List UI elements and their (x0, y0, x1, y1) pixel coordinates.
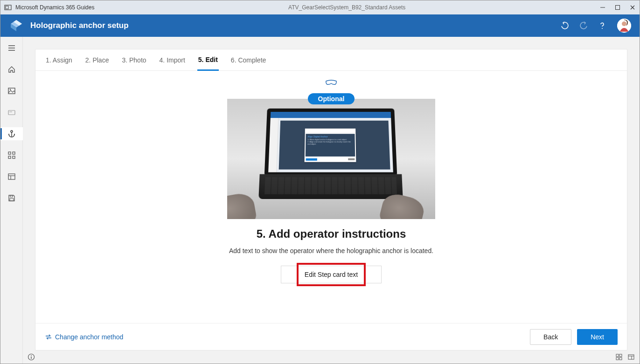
product-logo (9, 18, 24, 33)
app-icon (4, 4, 12, 11)
maximize-button[interactable] (614, 4, 621, 11)
dialog-text-2: 2. Align and rotate the hologram to clos… (306, 141, 355, 145)
app-window: Microsoft Dynamics 365 Guides ATV_GearSe… (0, 0, 640, 364)
user-avatar[interactable] (617, 19, 631, 33)
save-icon[interactable] (0, 192, 23, 205)
svg-point-34 (31, 355, 32, 356)
edit-step-card-button[interactable]: Edit Step card text (281, 266, 382, 283)
wizard-card: 1. Assign 2. Place 3. Photo 4. Import 5.… (35, 49, 627, 350)
view-grid-icon[interactable] (615, 353, 623, 361)
svg-rect-26 (13, 156, 15, 158)
footer-buttons: Back Next (530, 329, 618, 345)
redo-button[interactable] (577, 19, 590, 32)
swap-icon (45, 333, 52, 341)
step-heading: 5. Add operator instructions (257, 227, 406, 240)
undo-button[interactable] (558, 19, 571, 32)
change-anchor-label: Change anchor method (55, 333, 123, 341)
status-bar (23, 350, 640, 364)
svg-rect-25 (8, 156, 11, 158)
svg-point-9 (602, 28, 603, 29)
app-body: 1. Assign 2. Place 3. Photo 4. Import 5.… (0, 37, 640, 364)
window-controls (599, 4, 636, 11)
change-anchor-link[interactable]: Change anchor method (45, 333, 123, 341)
back-button[interactable]: Back (530, 329, 571, 345)
hero-image: Align Digital Anchor 1. Move digital anc… (227, 99, 435, 219)
svg-point-11 (622, 21, 626, 26)
svg-rect-35 (616, 354, 619, 357)
close-button[interactable] (629, 4, 636, 11)
svg-rect-37 (616, 357, 619, 360)
anchor-icon[interactable] (0, 127, 23, 140)
tab-complete[interactable]: 6. Complete (230, 49, 267, 71)
next-button[interactable]: Next (577, 329, 618, 345)
hololens-icon (325, 79, 337, 86)
info-icon[interactable] (28, 353, 35, 361)
svg-point-19 (11, 130, 13, 132)
svg-point-16 (9, 89, 10, 90)
home-icon[interactable] (0, 63, 23, 76)
tab-edit[interactable]: 5. Edit (197, 49, 219, 71)
svg-rect-1 (6, 6, 8, 9)
menu-icon[interactable] (0, 41, 23, 55)
content-area: 1. Assign 2. Place 3. Photo 4. Import 5.… (23, 37, 640, 364)
svg-rect-39 (628, 355, 634, 359)
apps-icon[interactable] (0, 149, 23, 162)
view-panel-icon[interactable] (627, 353, 635, 361)
header-bar: Holographic anchor setup (0, 14, 640, 37)
wizard-tabs: 1. Assign 2. Place 3. Photo 4. Import 5.… (35, 49, 627, 71)
header-actions (558, 19, 631, 33)
page-title: Holographic anchor setup (30, 21, 558, 30)
svg-rect-27 (8, 174, 15, 179)
svg-rect-38 (619, 357, 622, 360)
optional-badge: Optional (308, 93, 355, 104)
wizard-body: Optional (35, 71, 627, 323)
help-button[interactable] (596, 19, 609, 32)
step-subheading: Add text to show the operator where the … (229, 247, 433, 254)
left-sidebar (0, 37, 23, 364)
tab-assign[interactable]: 1. Assign (45, 49, 73, 71)
laptop-illustration: Align Digital Anchor 1. Move digital anc… (259, 109, 403, 195)
svg-rect-3 (616, 6, 620, 10)
svg-rect-24 (13, 152, 15, 154)
tab-place[interactable]: 2. Place (84, 49, 110, 71)
card-icon[interactable] (0, 106, 23, 119)
layout-icon[interactable] (0, 170, 23, 183)
tab-import[interactable]: 4. Import (159, 49, 186, 71)
hand-left-illustration (227, 192, 257, 219)
svg-rect-31 (10, 199, 14, 201)
app-title: Microsoft Dynamics 365 Guides (15, 4, 94, 11)
tab-photo[interactable]: 3. Photo (121, 49, 147, 71)
dialog-title: Align Digital Anchor (306, 134, 355, 138)
svg-rect-17 (8, 110, 15, 115)
document-title: ATV_GearSelectSystem_B92_Standard Assets (94, 4, 599, 11)
svg-rect-36 (619, 354, 622, 357)
svg-rect-23 (8, 152, 11, 154)
wizard-footer: Change anchor method Back Next (35, 323, 627, 350)
image-icon[interactable] (0, 84, 23, 97)
edit-step-button-wrap: Edit Step card text (281, 266, 382, 283)
title-bar: Microsoft Dynamics 365 Guides ATV_GearSe… (0, 0, 640, 14)
minimize-button[interactable] (599, 4, 606, 11)
